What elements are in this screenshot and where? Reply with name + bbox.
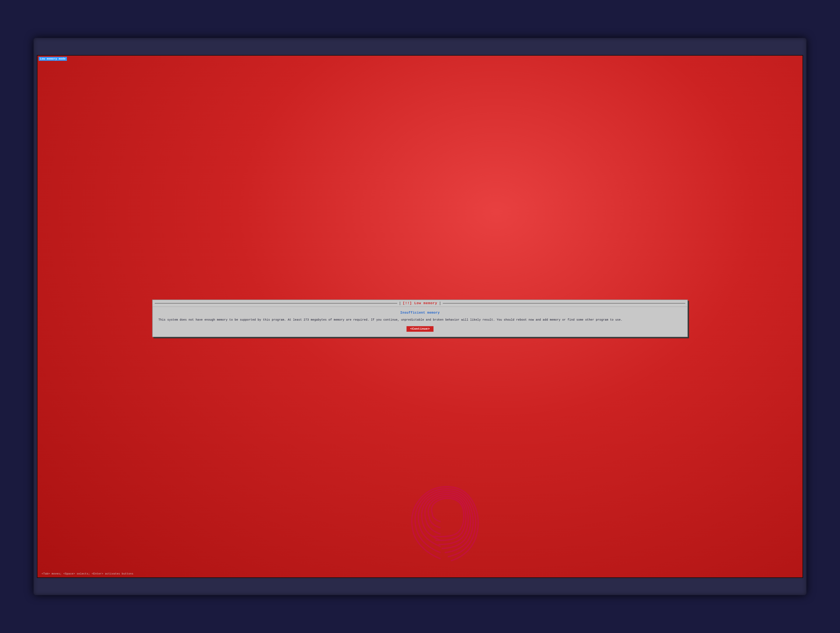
top-label: Low memory mode — [39, 57, 67, 61]
dialog-body: Insufficient memory This system does not… — [153, 307, 687, 337]
status-bar: <Tab> moves; <Space> selects; <Enter> ac… — [42, 572, 133, 575]
dialog-button-row: <Continue> — [158, 326, 682, 332]
title-pipe-left: | — [399, 301, 401, 305]
dialog-heading: Insufficient memory — [158, 311, 682, 315]
title-pipe-right: | — [439, 301, 441, 305]
monitor-bezel: Low memory mode | [!!] Low memory | Insu… — [33, 38, 807, 595]
dialog-title-bar: | [!!] Low memory | — [153, 300, 687, 307]
continue-button[interactable]: <Continue> — [406, 326, 433, 332]
low-memory-dialog: | [!!] Low memory | Insufficient memory … — [152, 300, 688, 337]
dialog-title: [!!] Low memory — [402, 301, 438, 305]
dialog-message: This system does not have enough memory … — [158, 318, 682, 322]
fingerprint-decoration — [389, 472, 492, 565]
screen: Low memory mode | [!!] Low memory | Insu… — [37, 55, 803, 578]
